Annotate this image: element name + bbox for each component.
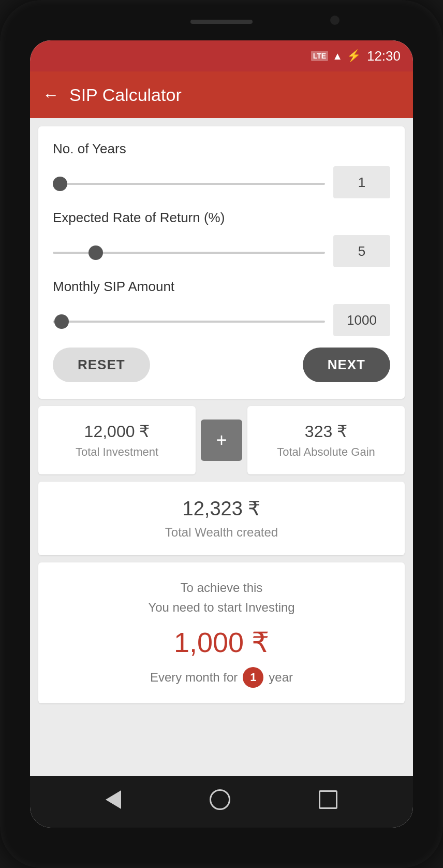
- rate-slider[interactable]: [53, 252, 325, 254]
- sip-slider[interactable]: [53, 321, 325, 323]
- signal-icon: ▲: [332, 50, 343, 62]
- nav-home-icon: [210, 789, 230, 814]
- phone-screen: LTE ▲ ⚡ 12:30 ← SIP Calculator No. of Ye…: [30, 40, 413, 828]
- nav-bar: [30, 776, 413, 828]
- total-gain-amount: 323 ₹: [305, 422, 347, 441]
- lte-icon: LTE: [311, 51, 328, 61]
- results-row: 12,000 ₹ Total Investment + 323 ₹ Total …: [38, 406, 405, 474]
- invest-period-suffix: year: [269, 670, 293, 685]
- next-button[interactable]: NEXT: [303, 348, 390, 382]
- rate-value-box: [333, 235, 390, 267]
- rate-input[interactable]: [333, 235, 390, 267]
- sip-slider-container: [53, 315, 325, 325]
- nav-back-button[interactable]: [106, 790, 121, 813]
- total-gain-label: Total Absolute Gain: [277, 445, 375, 459]
- phone-device: LTE ▲ ⚡ 12:30 ← SIP Calculator No. of Ye…: [0, 0, 443, 868]
- status-icons: LTE ▲ ⚡: [311, 49, 361, 63]
- invest-card: To achieve this You need to start Invest…: [38, 562, 405, 703]
- toolbar: ← SIP Calculator: [30, 71, 413, 118]
- year-badge: 1: [243, 667, 263, 688]
- nav-home-button[interactable]: [210, 789, 230, 814]
- invest-period-prefix: Every month for: [150, 670, 238, 685]
- battery-icon: ⚡: [347, 49, 361, 63]
- years-slider[interactable]: [53, 183, 325, 185]
- years-field: No. of Years: [53, 141, 390, 198]
- rate-slider-container: [53, 247, 325, 256]
- total-investment-amount: 12,000 ₹: [84, 422, 150, 441]
- nav-recent-button[interactable]: [319, 790, 337, 813]
- wealth-amount: 12,323 ₹: [54, 497, 389, 520]
- total-gain-card: 323 ₹ Total Absolute Gain: [247, 406, 405, 474]
- invest-line2: You need to start Investing: [148, 600, 294, 614]
- main-content: No. of Years Expected Rate of Return (%): [30, 118, 413, 776]
- sip-label: Monthly SIP Amount: [53, 279, 390, 295]
- status-time: 12:30: [367, 48, 401, 64]
- sip-field: Monthly SIP Amount: [53, 279, 390, 336]
- plus-icon: +: [216, 431, 227, 450]
- years-input[interactable]: [333, 166, 390, 198]
- invest-line1: To achieve this: [181, 581, 263, 595]
- back-button[interactable]: ←: [42, 85, 59, 105]
- invest-subtitle: To achieve this You need to start Invest…: [54, 578, 389, 618]
- phone-speaker: [190, 20, 253, 24]
- toolbar-title: SIP Calculator: [69, 85, 182, 105]
- years-label: No. of Years: [53, 141, 390, 157]
- invest-amount: 1,000 ₹: [54, 626, 389, 659]
- sip-slider-row: [53, 304, 390, 336]
- rate-field: Expected Rate of Return (%): [53, 210, 390, 267]
- sip-input[interactable]: [333, 304, 390, 336]
- years-value-box: [333, 166, 390, 198]
- total-investment-card: 12,000 ₹ Total Investment: [38, 406, 196, 474]
- buttons-row: RESET NEXT: [53, 348, 390, 382]
- sip-value-box: [333, 304, 390, 336]
- phone-camera: [330, 16, 339, 25]
- nav-back-icon: [106, 790, 121, 813]
- reset-button[interactable]: RESET: [53, 348, 150, 382]
- wealth-card: 12,323 ₹ Total Wealth created: [38, 482, 405, 555]
- calculator-card: No. of Years Expected Rate of Return (%): [38, 126, 405, 399]
- plus-box: +: [201, 419, 242, 461]
- wealth-label: Total Wealth created: [54, 525, 389, 540]
- invest-period: Every month for 1 year: [54, 667, 389, 688]
- nav-recent-icon: [319, 790, 337, 813]
- total-investment-label: Total Investment: [76, 445, 158, 459]
- years-slider-container: [53, 178, 325, 187]
- rate-label: Expected Rate of Return (%): [53, 210, 390, 226]
- rate-slider-row: [53, 235, 390, 267]
- years-slider-row: [53, 166, 390, 198]
- status-bar: LTE ▲ ⚡ 12:30: [30, 40, 413, 71]
